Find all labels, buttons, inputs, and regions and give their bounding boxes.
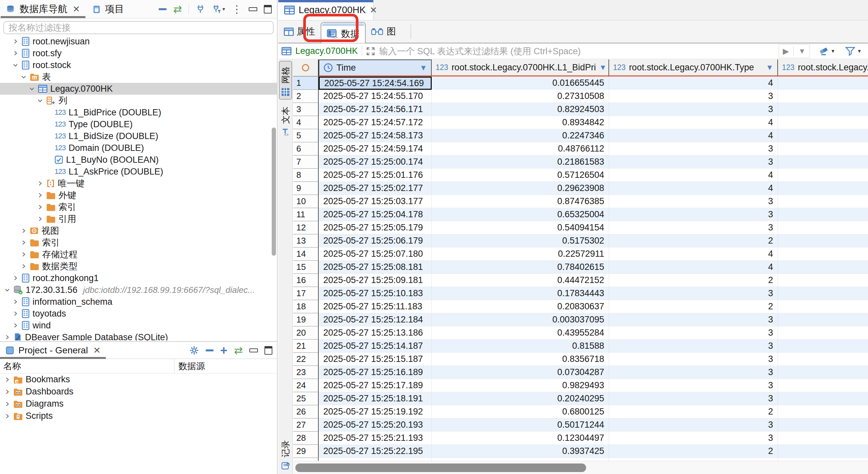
- tree-item[interactable]: root.newjisuan: [0, 35, 277, 47]
- collapse-all-button[interactable]: [159, 8, 166, 10]
- project-item[interactable]: Scripts: [0, 410, 277, 422]
- cell-time[interactable]: 2025-05-27 15:25:07.180: [319, 247, 432, 261]
- maximize-button[interactable]: [265, 346, 272, 355]
- cell-l1-bidprice[interactable]: 0.78402615: [432, 261, 609, 274]
- chevron-right-icon[interactable]: [4, 334, 10, 340]
- cell-type[interactable]: 3: [609, 366, 778, 379]
- tree-item[interactable]: 172.30.31.56 jdbc:iotdb://192.168.99.19:…: [0, 284, 277, 296]
- row-number[interactable]: 27: [293, 418, 319, 432]
- cell-time[interactable]: 2025-05-27 15:25:09.181: [319, 274, 432, 287]
- column-header-time[interactable]: Time ▼: [319, 59, 432, 77]
- cell-time[interactable]: 2025-05-27 15:24:58.173: [319, 129, 432, 142]
- chevron-right-icon[interactable]: [37, 216, 43, 222]
- cell-partial-column[interactable]: [778, 142, 868, 155]
- tree-item[interactable]: 123 Domain (DOUBLE): [0, 142, 277, 154]
- apply-filter-button[interactable]: ▶: [783, 47, 789, 56]
- cell-type[interactable]: 3: [609, 90, 778, 103]
- sql-filter-input[interactable]: 输入一个 SQL 表达式来过滤结果 (使用 Ctrl+Space): [379, 46, 775, 57]
- chevron-right-icon[interactable]: [4, 401, 10, 407]
- tree-item[interactable]: 索引: [0, 237, 277, 248]
- cell-type[interactable]: 3: [609, 287, 778, 300]
- row-number[interactable]: 26: [293, 405, 319, 418]
- cell-type[interactable]: 3: [609, 379, 778, 392]
- editor-tab-legacy-0700hk[interactable]: Legacy.0700HK ✕: [278, 0, 374, 20]
- cell-time[interactable]: 2025-05-27 15:24:59.174: [319, 142, 432, 155]
- cell-l1-bidprice[interactable]: 0.3937425: [432, 445, 609, 458]
- cell-l1-bidprice[interactable]: 0.07304287: [432, 366, 609, 379]
- row-number[interactable]: 30: [293, 458, 319, 461]
- row-number[interactable]: 15: [293, 261, 319, 274]
- cell-partial-column[interactable]: [778, 339, 868, 353]
- tree-item[interactable]: 外键: [0, 189, 277, 201]
- row-number[interactable]: 18: [293, 300, 319, 313]
- chevron-right-icon[interactable]: [12, 38, 19, 45]
- cell-partial-column[interactable]: [778, 90, 868, 103]
- view-tab-text[interactable]: 文本 <>: [279, 101, 292, 139]
- cell-type[interactable]: 2: [609, 405, 778, 418]
- cell-type[interactable]: 3: [609, 313, 778, 326]
- cell-l1-bidprice[interactable]: 0.20240295: [432, 392, 609, 405]
- cell-l1-bidprice[interactable]: 0.8934842: [432, 116, 609, 129]
- cell-type[interactable]: 3: [609, 339, 778, 353]
- row-number[interactable]: 22: [293, 353, 319, 366]
- expand-icon[interactable]: [366, 47, 375, 56]
- tree-scrollbar[interactable]: [272, 127, 276, 256]
- column-header-l1-bidprice[interactable]: 123 root.stock.Legacy.0700HK.L1_BidPri ▼: [432, 59, 609, 77]
- cell-partial-column[interactable]: [778, 458, 868, 461]
- project-item[interactable]: Dashboards: [0, 386, 277, 398]
- row-number[interactable]: 14: [293, 247, 319, 261]
- tree-item[interactable]: toyotads: [0, 308, 277, 320]
- tab-properties[interactable]: 属性: [278, 20, 321, 43]
- cell-l1-bidprice[interactable]: 0.65325004: [432, 208, 609, 221]
- row-number[interactable]: 17: [293, 287, 319, 300]
- tree-item[interactable]: 存储过程: [0, 248, 277, 260]
- collapse-button[interactable]: [206, 349, 214, 351]
- cell-l1-bidprice[interactable]: 0.82924503: [432, 103, 609, 116]
- erase-filter-button[interactable]: ▾: [818, 47, 835, 56]
- cell-l1-bidprice[interactable]: 0.003037095: [432, 313, 609, 326]
- cell-time[interactable]: 2025-05-27 15:25:01.176: [319, 169, 432, 182]
- cell-time[interactable]: 2025-05-27 15:25:03.177: [319, 195, 432, 208]
- cell-partial-column[interactable]: [778, 392, 868, 405]
- cell-time[interactable]: 2025-05-27 15:25:21.193: [319, 432, 432, 445]
- cell-partial-column[interactable]: [778, 195, 868, 208]
- cell-l1-bidprice[interactable]: 0.48766112: [432, 142, 609, 155]
- settings-button[interactable]: [189, 346, 199, 355]
- cell-time[interactable]: 2025-05-27 15:25:23.196: [319, 458, 432, 461]
- cell-time[interactable]: 2025-05-27 15:25:02.177: [319, 182, 432, 195]
- cell-l1-bidprice[interactable]: 0.20830637: [432, 300, 609, 313]
- cell-time[interactable]: 2025-05-27 15:25:17.189: [319, 379, 432, 392]
- cell-type[interactable]: 2: [609, 234, 778, 247]
- tab-data[interactable]: <> 数据: [321, 22, 366, 43]
- cell-partial-column[interactable]: [778, 169, 868, 182]
- row-number[interactable]: 5: [293, 129, 319, 142]
- tree-item[interactable]: 视图: [0, 225, 277, 237]
- cell-partial-column[interactable]: [778, 445, 868, 458]
- tree-item[interactable]: 索引: [0, 201, 277, 213]
- chevron-right-icon[interactable]: [20, 263, 27, 269]
- cell-time[interactable]: 2025-05-27 15:25:15.187: [319, 353, 432, 366]
- cell-l1-bidprice[interactable]: 0.81588: [432, 339, 609, 353]
- cell-type[interactable]: 2: [609, 445, 778, 458]
- cell-time[interactable]: 2025-05-27 15:24:56.171: [319, 103, 432, 116]
- cell-type[interactable]: 4: [609, 77, 778, 90]
- link-with-editor-button[interactable]: ⇄: [234, 345, 243, 356]
- cell-time[interactable]: 2025-05-27 15:25:04.178: [319, 208, 432, 221]
- cell-type[interactable]: 3: [609, 155, 778, 169]
- chevron-down-icon[interactable]: [20, 74, 27, 80]
- cell-partial-column[interactable]: [778, 103, 868, 116]
- tree-item[interactable]: 引用: [0, 213, 277, 225]
- active-table-name[interactable]: Legacy.0700HK: [296, 46, 358, 56]
- cell-partial-column[interactable]: [778, 379, 868, 392]
- connection-filter-input[interactable]: 按名称过滤连接: [3, 21, 274, 34]
- tree-item[interactable]: root.sfy: [0, 47, 277, 59]
- cell-l1-bidprice[interactable]: 0.21861583: [432, 155, 609, 169]
- cell-l1-bidprice[interactable]: 0.9829493: [432, 379, 609, 392]
- tree-item[interactable]: 表: [0, 71, 277, 83]
- cell-type[interactable]: 3: [609, 208, 778, 221]
- cell-l1-bidprice[interactable]: 0.27310508: [432, 90, 609, 103]
- minimize-button[interactable]: [249, 349, 258, 352]
- cell-l1-bidprice[interactable]: 0.22572911: [432, 247, 609, 261]
- row-number[interactable]: 2: [293, 90, 319, 103]
- cell-l1-bidprice[interactable]: 0.87476385: [432, 195, 609, 208]
